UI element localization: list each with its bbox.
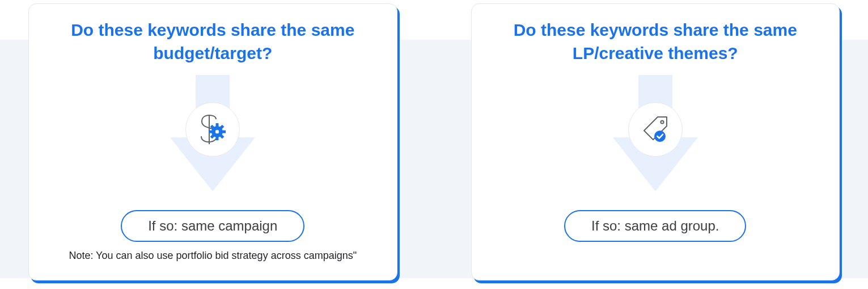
svg-rect-4 xyxy=(209,131,212,133)
svg-point-10 xyxy=(215,130,219,133)
svg-point-11 xyxy=(660,120,663,123)
svg-rect-5 xyxy=(222,131,226,133)
icon-disc xyxy=(628,102,683,157)
dollar-gear-icon xyxy=(194,111,231,148)
card-creative: Do these keywords share the same LP/crea… xyxy=(471,3,840,280)
arrow-graphic xyxy=(607,75,704,194)
svg-point-12 xyxy=(654,131,666,142)
card-title: Do these keywords share the same budget/… xyxy=(65,19,360,65)
arrow-graphic xyxy=(164,75,261,194)
tag-check-icon xyxy=(637,111,674,148)
svg-rect-2 xyxy=(216,123,219,127)
svg-rect-3 xyxy=(216,137,219,140)
result-pill: If so: same campaign xyxy=(121,210,304,242)
result-pill: If so: same ad group. xyxy=(564,210,746,242)
card-note: Note: You can also use portfolio bid str… xyxy=(69,250,357,262)
card-budget: Do these keywords share the same budget/… xyxy=(28,3,397,280)
card-title: Do these keywords share the same LP/crea… xyxy=(508,19,803,65)
card-row: Do these keywords share the same budget/… xyxy=(0,0,868,280)
icon-disc xyxy=(185,102,240,157)
